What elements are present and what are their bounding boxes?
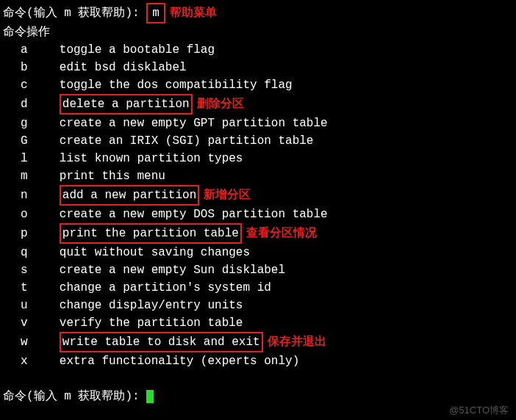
menu-key: b xyxy=(21,59,38,76)
annotation: 保存并退出 xyxy=(268,335,326,347)
blank-line xyxy=(3,370,513,388)
menu-desc: create an IRIX (SGI) partition table xyxy=(60,134,314,148)
annotation: 删除分区 xyxy=(197,97,244,109)
menu-key: v xyxy=(21,314,38,332)
menu-key: n xyxy=(21,187,38,204)
menu-desc: toggle a bootable flag xyxy=(60,43,215,57)
menu-desc: quit without saving changes xyxy=(60,246,250,259)
menu-desc: create a new empty DOS partition table xyxy=(60,208,328,221)
command-prompt-1[interactable]: 命令(输入 m 获取帮助): m帮助菜单 xyxy=(3,3,513,23)
menu-item-l: l list known partition types xyxy=(3,150,513,167)
menu-desc-boxed: add a new partition xyxy=(60,185,199,206)
menu-key: p xyxy=(21,225,38,242)
menu-key: t xyxy=(21,279,38,297)
menu-desc: list known partition types xyxy=(60,152,243,165)
menu-desc: verify the partition table xyxy=(60,316,243,330)
menu-key: l xyxy=(21,150,38,167)
menu-key: s xyxy=(21,261,38,279)
menu-item-v: v verify the partition table xyxy=(3,314,513,332)
menu-desc: create a new empty GPT partition table xyxy=(60,117,328,130)
menu-item-p: p print the partition table查看分区情况 xyxy=(3,223,513,244)
menu-desc-boxed: print the partition table xyxy=(60,223,242,244)
menu-key: m xyxy=(21,167,38,185)
prompt-label: 命令(输入 m 获取帮助): xyxy=(3,7,146,20)
menu-desc: change a partition's system id xyxy=(60,281,271,294)
prompt-label: 命令(输入 m 获取帮助): xyxy=(3,390,146,403)
annotation: 查看分区情况 xyxy=(246,226,317,239)
cursor-block xyxy=(146,390,154,403)
menu-item-b: b edit bsd disklabel xyxy=(3,59,513,76)
menu-key: o xyxy=(21,206,38,223)
menu-desc: delete a partition xyxy=(62,98,190,111)
menu-item-n: n add a new partition新增分区 xyxy=(3,185,513,206)
typed-value: m xyxy=(152,7,160,20)
menu-key: a xyxy=(21,41,38,59)
menu-item-o: o create a new empty DOS partition table xyxy=(3,206,513,223)
menu-item-m: m print this menu xyxy=(3,167,513,185)
menu-key: q xyxy=(21,244,38,261)
menu-item-G: G create an IRIX (SGI) partition table xyxy=(3,132,513,150)
menu-key: c xyxy=(21,76,38,94)
menu-desc: create a new empty Sun disklabel xyxy=(60,264,285,277)
typed-m-box: m xyxy=(146,3,165,23)
menu-item-u: u change display/entry units xyxy=(3,297,513,314)
menu-item-g: g create a new empty GPT partition table xyxy=(3,115,513,132)
menu-item-s: s create a new empty Sun disklabel xyxy=(3,261,513,279)
menu-key: u xyxy=(21,297,38,314)
annotation: 新增分区 xyxy=(204,188,251,200)
menu-desc-boxed: write table to disk and exit xyxy=(60,332,263,352)
menu-item-a: a toggle a bootable flag xyxy=(3,41,513,59)
menu-item-t: t change a partition's system id xyxy=(3,279,513,297)
menu-item-d: d delete a partition删除分区 xyxy=(3,94,513,115)
menu-desc: extra functionality (experts only) xyxy=(60,355,299,368)
menu-item-w: w write table to disk and exit保存并退出 xyxy=(3,332,513,352)
menu-key: x xyxy=(21,352,38,370)
menu-desc: edit bsd disklabel xyxy=(60,61,187,74)
menu-desc: change display/entry units xyxy=(60,299,243,312)
watermark: @51CTO博客 xyxy=(449,403,509,418)
menu-key: G xyxy=(21,132,38,150)
annotation-help-menu: 帮助菜单 xyxy=(170,6,217,18)
menu-desc: print this menu xyxy=(60,170,165,183)
menu-key: g xyxy=(21,115,38,132)
menu-desc: add a new partition xyxy=(62,189,196,202)
menu-key: d xyxy=(21,95,38,113)
menu-item-q: q quit without saving changes xyxy=(3,244,513,261)
menu-desc: print the partition table xyxy=(62,227,239,240)
menu-item-c: c toggle the dos compatibility flag xyxy=(3,76,513,94)
menu-item-x: x extra functionality (experts only) xyxy=(3,352,513,370)
section-title: 命令操作 xyxy=(3,23,513,41)
menu-key: w xyxy=(21,333,38,351)
menu-desc: write table to disk and exit xyxy=(62,336,260,349)
menu-desc: toggle the dos compatibility flag xyxy=(60,79,293,92)
command-prompt-2[interactable]: 命令(输入 m 获取帮助): xyxy=(3,388,513,405)
menu-desc-boxed: delete a partition xyxy=(60,94,193,115)
